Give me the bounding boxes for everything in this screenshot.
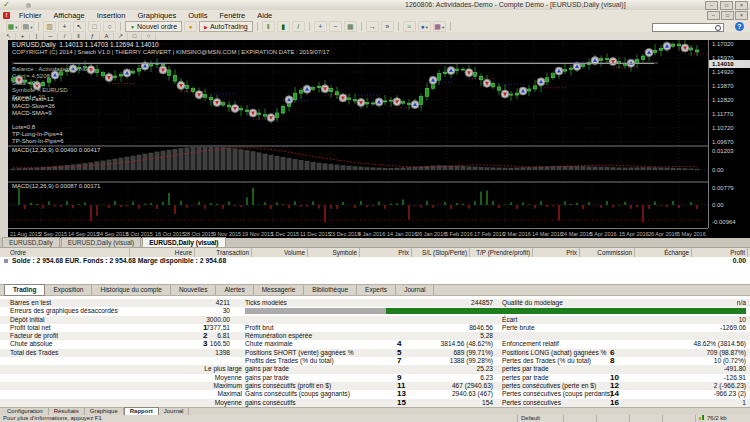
terminal-tab-trading[interactable]: Trading	[4, 284, 45, 296]
menu-fichier[interactable]: Fichier	[13, 11, 48, 20]
periods-icon[interactable]: ●▾	[418, 21, 431, 32]
menu-insertion[interactable]: Insertion	[91, 11, 132, 20]
toolbar-group: ▼Nouvel ordre●▶AutoTrading	[121, 22, 258, 31]
chart-canvas[interactable]	[8, 40, 708, 228]
terminal-tab-exposition[interactable]: Exposition	[45, 285, 92, 295]
alert-icon: !	[3, 12, 10, 19]
draw-arrow-icon[interactable]: ↗	[114, 33, 128, 40]
chart-separator-line	[14, 63, 654, 64]
column-header-change[interactable]: Échange	[635, 248, 692, 257]
toolbar-group: ≈●▾▦▾	[399, 22, 451, 31]
select-rect-icon[interactable]: □	[88, 21, 101, 32]
maximize-button[interactable]: □	[720, 1, 733, 10]
line-chart-icon[interactable]: /	[292, 21, 305, 32]
report-c2: gains consécutifs	[245, 399, 296, 407]
price-tick-label: 1.14920	[712, 69, 734, 75]
toolbar-group: →»	[362, 22, 399, 31]
chart-tab-bar: EURUSD,DailyEURUSD,Daily (visual)EURUSD,…	[0, 238, 750, 248]
mdi-restore-button[interactable]: □	[721, 11, 734, 20]
crosshair-icon[interactable]: +	[58, 21, 71, 32]
terminal-tab-alertes[interactable]: Alertes	[216, 285, 253, 295]
column-header-prix[interactable]: Prix	[533, 248, 580, 257]
draw-horizontal-line-icon[interactable]: ─	[44, 33, 58, 40]
draw-ellipse-icon[interactable]: ○	[142, 33, 156, 40]
draw-trendline-icon[interactable]: /	[58, 33, 72, 40]
tester-tab-graphique[interactable]: Graphique	[85, 408, 124, 415]
terminal-tab-journal[interactable]: Journal	[396, 285, 434, 295]
status-profile[interactable]: Default	[518, 415, 564, 422]
templates-icon[interactable]: ▦▾	[433, 21, 446, 32]
profiles-icon[interactable]: ▤▾	[21, 21, 34, 32]
chart-tab-eurusd-daily-0[interactable]: EURUSD,Daily	[2, 237, 60, 247]
balance-text: Solde : 2 954.68 EUR. Fonds : 2 954.68 M…	[12, 257, 226, 265]
chart-shift-icon[interactable]: »	[381, 21, 394, 32]
draw-cursor-icon[interactable]: ↖	[2, 33, 16, 40]
column-header-transaction[interactable]: Transaction	[195, 248, 252, 257]
draw-channel-icon[interactable]: ‖	[72, 33, 86, 40]
report-c2: Chute maximale	[245, 340, 293, 348]
candlestick-chart-icon[interactable]: ▮	[277, 21, 290, 32]
column-header-symbole[interactable]: Symbole	[308, 248, 360, 257]
column-header-volume[interactable]: Volume	[252, 248, 308, 257]
balance-row[interactable]: Solde : 2 954.68 EUR. Fonds : 2 954.68 M…	[0, 257, 750, 265]
report-row: MaximalGains consécutifs (coups gagnants…	[0, 390, 750, 398]
indicators-icon[interactable]: ≈	[403, 21, 416, 32]
mdi-minimize-button[interactable]: –	[707, 11, 720, 20]
menu-fen-tre[interactable]: Fenêtre	[213, 11, 251, 20]
terminal-tab-nouvelles[interactable]: Nouvelles	[171, 285, 217, 295]
terminal-tab-experts[interactable]: Experts	[357, 285, 396, 295]
draw-crosshair-icon[interactable]: +	[16, 33, 30, 40]
tester-tab-r-sultats[interactable]: Résultats	[49, 408, 85, 415]
search-input[interactable]	[654, 24, 712, 30]
column-header-profit[interactable]: Profit	[692, 248, 748, 257]
menu-affichage[interactable]: Affichage	[48, 11, 91, 20]
tile-windows-icon[interactable]: ▦	[344, 21, 357, 32]
expert-advisors-icon[interactable]: ●	[184, 21, 197, 32]
column-header-prix[interactable]: Prix	[360, 248, 412, 257]
ea-parameter-lines: MACD-Fast=12 MACD-Slow=26 MACD-SMA=9 Lot…	[12, 96, 64, 145]
draw-rectangle-icon[interactable]: □	[128, 33, 142, 40]
chart-tab-eurusd-daily-visual-1[interactable]: EURUSD,Daily (visual)	[61, 237, 141, 247]
report-row: Dépôt initial3000.00Écart10	[0, 316, 750, 324]
terminal-tab-biblioth-que[interactable]: Bibliothèque	[304, 285, 357, 295]
help-button[interactable]: ?	[735, 22, 744, 31]
toolbar-group: ▦▾▤▾	[2, 22, 39, 31]
tester-tab-journal[interactable]: Journal	[159, 408, 190, 415]
report-v3: 10 (0.72%)	[628, 357, 746, 365]
autotrading-button[interactable]: ▶AutoTrading	[199, 21, 253, 32]
menu-outils[interactable]: Outils	[182, 11, 213, 20]
column-header-heure[interactable]: Heure	[130, 248, 195, 257]
terminal-tab-messagerie[interactable]: Messagerie	[254, 285, 305, 295]
zoom-out-icon[interactable]: −	[329, 21, 342, 32]
price-axis[interactable]: 1.170201.159701.149201.138701.128201.117…	[708, 40, 750, 228]
zoom-in-icon[interactable]: +	[314, 21, 327, 32]
chart-area[interactable]: EURUSD,Daily 1.14013 1.14703 1.12694 1.1…	[8, 40, 750, 238]
column-header-ordre[interactable]: Ordre	[0, 248, 130, 257]
new-chart-icon[interactable]: ▦▾	[6, 21, 19, 32]
close-button[interactable]: ×	[735, 1, 748, 10]
terminal-tab-historique-du-compte[interactable]: Historique du compte	[92, 285, 170, 295]
draw-vertical-line-icon[interactable]: |	[30, 33, 44, 40]
connection-bars-icon	[699, 415, 705, 422]
column-header-t-p-prendre-profit[interactable]: T/P (Prendre/profit)	[470, 248, 533, 257]
minimize-button[interactable]: –	[705, 1, 718, 10]
menu-aide[interactable]: Aide	[251, 11, 278, 20]
new-order-button[interactable]: ▼Nouvel ordre	[125, 21, 182, 32]
cursor-icon[interactable]: ↖	[73, 21, 86, 32]
report-v2: 1388 (99.28%)	[403, 357, 493, 365]
button-icon: ▼	[130, 24, 135, 30]
tester-tab-configuration[interactable]: Configuration	[2, 408, 49, 415]
report-c2: Profit brut	[245, 324, 274, 332]
draw-fibonacci-icon[interactable]: ƒ	[86, 33, 100, 40]
draw-text-icon[interactable]: A	[100, 33, 114, 40]
bars-chart-icon[interactable]: ‖	[262, 21, 275, 32]
chart-window-icon[interactable]: ▥	[43, 21, 56, 32]
mdi-close-button[interactable]: ×	[735, 11, 748, 20]
magnifier-icon[interactable]: ○	[103, 21, 116, 32]
report-v1: 3000.00	[130, 316, 230, 324]
column-header-commission[interactable]: Commission	[580, 248, 635, 257]
chart-tab-eurusd-daily-visual-2[interactable]: EURUSD,Daily (visual)	[142, 237, 225, 247]
auto-scroll-icon[interactable]: →	[366, 21, 379, 32]
column-header-s-l-stop-perte[interactable]: S/L (Stop/Perte)	[412, 248, 470, 257]
menu-graphiques[interactable]: Graphiques	[131, 11, 182, 20]
